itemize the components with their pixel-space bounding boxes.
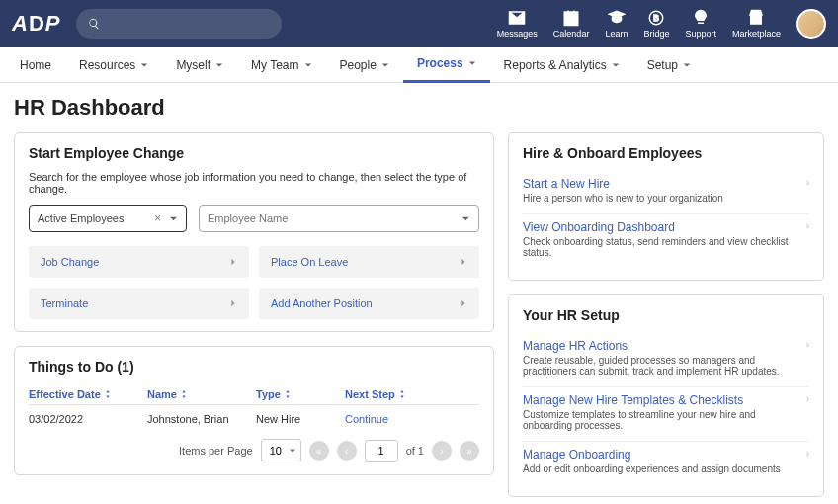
top-bar: ADP MessagesCalendarLearnBBridgeSupportM… (0, 0, 838, 47)
menu-resources[interactable]: Resources (65, 47, 162, 83)
employee-name-input-wrap[interactable] (199, 205, 479, 232)
setup-desc: Create reusable, guided processes so man… (523, 355, 809, 377)
clear-filter-icon[interactable]: × (150, 211, 165, 225)
action-terminate[interactable]: Terminate (29, 288, 249, 319)
chevron-right-icon: › (806, 448, 809, 459)
things-title: Things to Do (1) (29, 359, 479, 375)
avatar[interactable] (796, 9, 826, 39)
setup-title: Your HR Setup (523, 307, 809, 323)
col-type[interactable]: Type (256, 388, 345, 400)
hire-title: Hire & Onboard Employees (523, 145, 809, 161)
pager-last[interactable]: » (460, 441, 479, 461)
hr-setup-card: Your HR Setup Manage HR ActionsCreate re… (508, 294, 824, 497)
hire-item[interactable]: View Onboarding DashboardCheck onboardin… (523, 214, 809, 268)
menu-setup[interactable]: Setup (633, 47, 705, 83)
pager: Items per Page 10 « ‹ of 1 › » (29, 439, 479, 462)
setup-link[interactable]: Manage HR Actions (523, 339, 809, 353)
start-change-title: Start Employee Change (29, 145, 479, 161)
page-content: HR Dashboard Start Employee Change Searc… (0, 83, 838, 504)
hire-item[interactable]: Start a New HireHire a person who is new… (523, 171, 809, 214)
start-change-hint: Search for the employee whose job inform… (29, 171, 479, 195)
search-icon (88, 17, 100, 31)
pager-page-input[interactable] (365, 440, 398, 462)
setup-item[interactable]: Manage New Hire Templates & ChecklistsCu… (523, 387, 809, 442)
table-row: 03/02/2022Johnstone, BrianNew HireContin… (29, 405, 479, 433)
setup-item[interactable]: Manage OnboardingAdd or edit onboarding … (523, 442, 809, 484)
nav-bridge[interactable]: BBridge (643, 9, 669, 39)
nav-calendar[interactable]: Calendar (553, 9, 590, 39)
chevron-right-icon: › (806, 177, 809, 188)
setup-desc: Customize templates to streamline your n… (523, 409, 809, 431)
page-title: HR Dashboard (14, 95, 824, 121)
nav-marketplace[interactable]: Marketplace (732, 9, 781, 39)
search-input[interactable] (109, 17, 271, 31)
items-per-page-select[interactable]: 10 (261, 439, 301, 462)
setup-desc: Add or edit onboarding experiences and a… (523, 463, 809, 474)
action-add-another-position[interactable]: Add Another Position (259, 288, 479, 319)
col-next-step[interactable]: Next Step (345, 388, 479, 400)
chevron-right-icon: › (806, 339, 809, 350)
cell-name: Johnstone, Brian (147, 413, 256, 425)
action-place-on-leave[interactable]: Place On Leave (259, 246, 479, 278)
chevron-down-icon (169, 214, 178, 223)
menu-bar: HomeResourcesMyselfMy TeamPeopleProcessR… (0, 47, 838, 83)
menu-my-team[interactable]: My Team (237, 47, 325, 83)
pager-prev[interactable]: ‹ (337, 441, 357, 461)
menu-myself[interactable]: Myself (162, 47, 237, 83)
setup-link[interactable]: Manage New Hire Templates & Checklists (523, 393, 809, 407)
logo[interactable]: ADP (12, 11, 60, 37)
menu-reports-analytics[interactable]: Reports & Analytics (490, 47, 633, 83)
chevron-right-icon: › (806, 220, 809, 231)
employee-filter-select[interactable]: Active Employees × (29, 205, 187, 232)
hire-desc: Check onboarding status, send reminders … (523, 236, 809, 258)
hire-link[interactable]: Start a New Hire (523, 177, 809, 191)
start-employee-change-card: Start Employee Change Search for the emp… (14, 132, 494, 332)
col-effective-date[interactable]: Effective Date (29, 388, 147, 400)
nav-messages[interactable]: Messages (497, 9, 538, 39)
pager-first[interactable]: « (309, 441, 329, 461)
topbar-left: ADP (12, 9, 282, 39)
menu-people[interactable]: People (326, 47, 403, 83)
hire-link[interactable]: View Onboarding Dashboard (523, 220, 809, 234)
menu-process[interactable]: Process (403, 47, 490, 83)
table-header: Effective Date Name Type Next Step (29, 384, 479, 405)
setup-link[interactable]: Manage Onboarding (523, 448, 809, 462)
nav-support[interactable]: Support (685, 9, 716, 39)
action-job-change[interactable]: Job Change (29, 246, 249, 278)
cell-type: New Hire (256, 413, 345, 425)
menu-home[interactable]: Home (6, 47, 65, 83)
search-box[interactable] (76, 9, 282, 39)
employee-name-input[interactable] (208, 212, 458, 224)
hire-desc: Hire a person who is new to your organiz… (523, 193, 809, 204)
hire-onboard-card: Hire & Onboard Employees Start a New Hir… (508, 132, 824, 281)
employee-filter-value: Active Employees (38, 212, 124, 224)
continue-link[interactable]: Continue (345, 413, 388, 425)
col-name[interactable]: Name (147, 388, 256, 400)
pager-of: of 1 (406, 445, 424, 457)
pager-next[interactable]: › (432, 441, 452, 461)
nav-learn[interactable]: Learn (605, 9, 628, 39)
chevron-down-icon (461, 214, 470, 223)
cell-date: 03/02/2022 (29, 413, 147, 425)
setup-item[interactable]: Manage HR ActionsCreate reusable, guided… (523, 333, 809, 387)
svg-text:B: B (654, 14, 660, 23)
chevron-right-icon: › (806, 393, 809, 404)
items-per-page-label: Items per Page (179, 445, 253, 457)
things-to-do-card: Things to Do (1) Effective Date Name Typ… (14, 346, 494, 475)
topbar-right: MessagesCalendarLearnBBridgeSupportMarke… (497, 9, 826, 39)
